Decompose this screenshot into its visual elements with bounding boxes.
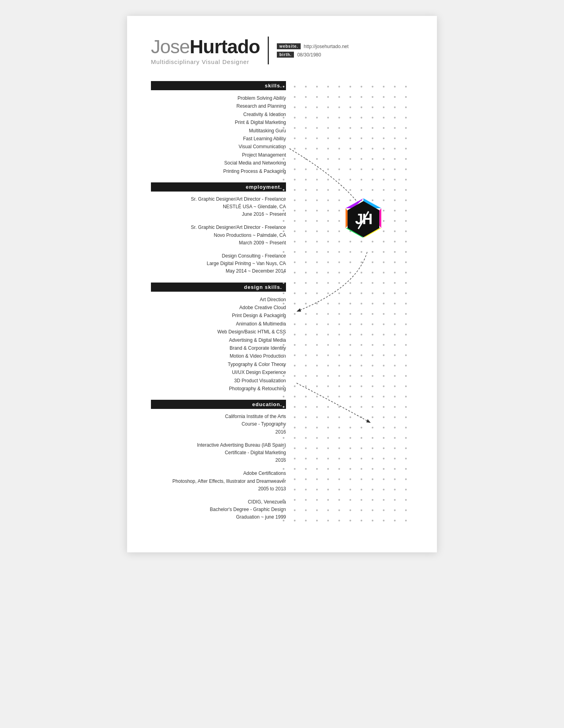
svg-point-33: [383, 106, 384, 108]
svg-point-142: [394, 199, 396, 201]
svg-point-306: [350, 344, 351, 346]
svg-point-191: [405, 241, 407, 242]
svg-point-503: [405, 509, 407, 511]
svg-point-254: [305, 303, 307, 304]
subtitle: Multidisciplinary Visual Designer: [151, 58, 260, 65]
header-info: website. http://josehurtado.net birth. 0…: [277, 43, 348, 58]
svg-point-313: [294, 354, 296, 356]
svg-point-200: [372, 251, 373, 253]
svg-point-57: [383, 127, 384, 129]
employment-header: employment.: [151, 182, 286, 192]
svg-point-479: [405, 489, 407, 490]
svg-point-211: [361, 261, 362, 263]
skills-header: skills.: [151, 81, 286, 90]
svg-point-203: [405, 251, 407, 253]
svg-point-238: [394, 282, 396, 284]
employment-line: May 2014 ~ December 2014: [151, 267, 286, 275]
svg-point-77: [338, 148, 340, 149]
svg-point-41: [338, 117, 340, 118]
svg-point-244: [327, 292, 329, 294]
svg-point-359: [405, 385, 407, 387]
svg-point-258: [350, 303, 351, 304]
svg-point-130: [394, 189, 396, 191]
svg-point-501: [383, 509, 384, 511]
svg-point-159: [316, 220, 318, 222]
svg-point-508: [327, 520, 329, 521]
svg-point-458: [305, 478, 307, 480]
svg-point-301: [294, 344, 296, 346]
svg-point-243: [316, 292, 318, 294]
svg-point-405: [383, 427, 384, 428]
svg-point-379: [361, 406, 362, 408]
svg-point-62: [305, 137, 307, 139]
svg-point-453: [383, 468, 384, 470]
svg-point-465: [383, 478, 384, 480]
svg-point-510: [350, 520, 351, 521]
header: Jose Hurtado Multidisciplinary Visual De…: [151, 36, 413, 65]
svg-point-331: [361, 365, 362, 366]
svg-point-74: [305, 148, 307, 149]
design-skill-item: Advertising & Digital Media: [151, 336, 286, 344]
svg-point-350: [305, 385, 307, 387]
svg-point-157: [294, 220, 296, 222]
svg-point-397: [294, 427, 296, 428]
svg-point-342: [350, 375, 351, 377]
svg-point-463: [361, 478, 362, 480]
svg-point-370: [394, 396, 396, 397]
svg-point-213: [383, 261, 384, 263]
svg-point-6: [350, 86, 351, 87]
svg-point-404: [372, 427, 373, 428]
svg-point-262: [394, 303, 396, 304]
svg-point-282: [350, 323, 351, 325]
svg-point-329: [338, 365, 340, 366]
svg-point-476: [372, 489, 373, 490]
website-value[interactable]: http://josehurtado.net: [304, 44, 349, 49]
svg-point-268: [327, 313, 329, 315]
employment-item: Sr. Graphic Designer/Art Director - Free…: [151, 196, 286, 219]
svg-point-43: [361, 117, 362, 118]
svg-point-158: [305, 220, 307, 222]
svg-point-349: [294, 385, 296, 387]
svg-point-207: [316, 261, 318, 263]
svg-point-357: [383, 385, 384, 387]
svg-point-447: [316, 468, 318, 470]
svg-point-226: [394, 272, 396, 273]
svg-point-25: [294, 106, 296, 108]
svg-point-470: [305, 489, 307, 490]
education-line: 2016: [151, 457, 286, 464]
first-name: Jose: [151, 36, 189, 58]
svg-point-131: [405, 189, 407, 191]
svg-point-291: [316, 334, 318, 335]
svg-point-51: [316, 127, 318, 129]
svg-point-70: [394, 137, 396, 139]
skill-item: Social Media and Networking: [151, 159, 286, 167]
svg-point-383: [405, 406, 407, 408]
skill-item: Problem Solving Ability: [151, 94, 286, 102]
svg-point-402: [350, 427, 351, 428]
svg-point-92: [372, 158, 373, 160]
svg-point-178: [394, 230, 396, 232]
svg-point-488: [372, 499, 373, 501]
svg-point-459: [316, 478, 318, 480]
svg-point-281: [338, 323, 340, 325]
svg-point-68: [372, 137, 373, 139]
svg-point-490: [394, 499, 396, 501]
svg-point-495: [316, 509, 318, 511]
svg-point-315: [316, 354, 318, 356]
svg-point-93: [383, 158, 384, 160]
svg-point-482: [305, 499, 307, 501]
svg-point-339: [316, 375, 318, 377]
education-item: California Institute of the ArtsCourse -…: [151, 413, 286, 436]
svg-point-53: [338, 127, 340, 129]
svg-point-433: [294, 458, 296, 459]
svg-point-222: [350, 272, 351, 273]
svg-point-98: [305, 168, 307, 170]
svg-point-146: [305, 210, 307, 211]
svg-point-221: [338, 272, 340, 273]
svg-point-95: [405, 158, 407, 160]
name-block: Jose Hurtado Multidisciplinary Visual De…: [151, 36, 260, 65]
employment-section: employment. Sr. Graphic Designer/Art Dir…: [151, 182, 286, 275]
svg-point-352: [327, 385, 329, 387]
svg-point-232: [327, 282, 329, 284]
svg-point-233: [338, 282, 340, 284]
